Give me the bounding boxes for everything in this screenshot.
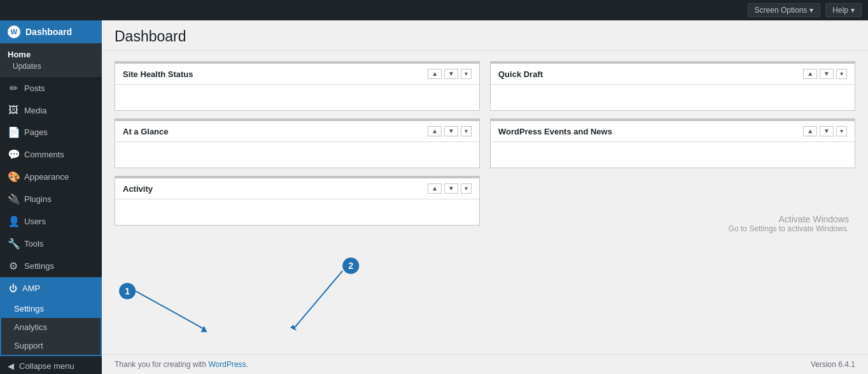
widget-quick-draft-up[interactable]: ▲ (803, 69, 817, 79)
sidebar-item-dashboard[interactable]: W Dashboard (0, 20, 102, 43)
widget-activity-header: Activity ▲ ▼ ▾ (115, 178, 479, 199)
appearance-icon: 🎨 (8, 171, 19, 183)
content-header: Dashboard (102, 20, 868, 51)
widget-activity: Activity ▲ ▼ ▾ (115, 176, 480, 226)
activate-windows-line2: Go to Settings to activate Windows. (490, 224, 849, 233)
svg-line-6 (293, 271, 342, 329)
widget-quick-draft: Quick Draft ▲ ▼ ▾ (490, 61, 855, 111)
svg-marker-3 (201, 326, 207, 332)
amp-label: AMP (22, 284, 40, 293)
sidebar-item-appearance[interactable]: 🎨 Appearance (0, 166, 102, 188)
help-label: Help (832, 6, 848, 15)
sidebar-item-posts[interactable]: ✏ Posts (0, 77, 102, 99)
admin-bar: Screen Options ▾ Help ▾ (0, 0, 868, 20)
widget-wp-events-up[interactable]: ▲ (803, 126, 817, 136)
amp-submenu-item-analytics[interactable]: Analytics (1, 318, 101, 336)
right-widget-col: Quick Draft ▲ ▼ ▾ WordPress Events and N… (490, 61, 855, 233)
sidebar-collapse-button[interactable]: ◀ Collapse menu (0, 356, 102, 374)
collapse-label: Collapse menu (19, 361, 74, 371)
widget-at-a-glance-toggle[interactable]: ▾ (461, 126, 472, 136)
widget-at-a-glance-title: At a Glance (123, 127, 169, 136)
widget-site-health-up[interactable]: ▲ (428, 69, 442, 79)
sidebar-item-users[interactable]: 👤 Users (0, 210, 102, 233)
settings-label: Settings (24, 261, 54, 271)
comments-icon: 💬 (8, 148, 19, 161)
amp-submenu: Settings Analytics Support (0, 299, 102, 356)
tools-icon: 🔧 (8, 238, 19, 250)
posts-label: Posts (24, 83, 45, 93)
sidebar: W Dashboard Home Updates ✏ Posts 🖼 Media… (0, 20, 102, 374)
screen-options-label: Screen Options (755, 6, 808, 15)
svg-line-2 (136, 291, 204, 329)
screen-options-button[interactable]: Screen Options ▾ (748, 3, 821, 17)
posts-icon: ✏ (8, 82, 19, 94)
comments-label: Comments (24, 150, 64, 159)
widget-quick-draft-title: Quick Draft (498, 69, 543, 79)
content-body: 1 2 Site Health Status (102, 51, 868, 354)
footer-version: Version 6.4.1 (811, 360, 855, 369)
widget-at-a-glance-up[interactable]: ▲ (428, 126, 442, 136)
widget-quick-draft-down[interactable]: ▼ (820, 69, 834, 79)
screen-options-chevron: ▾ (809, 6, 813, 15)
widget-at-a-glance-header: At a Glance ▲ ▼ ▾ (115, 121, 479, 142)
widget-quick-draft-header: Quick Draft ▲ ▼ ▾ (491, 64, 855, 85)
collapse-icon: ◀ (8, 361, 14, 371)
media-icon: 🖼 (8, 104, 19, 116)
sidebar-item-updates[interactable]: Updates (0, 61, 102, 73)
sidebar-item-settings[interactable]: ⚙ Settings (0, 255, 102, 277)
sidebar-home-label: Home (0, 47, 102, 61)
widget-activity-toggle[interactable]: ▾ (461, 183, 472, 194)
sidebar-item-tools[interactable]: 🔧 Tools (0, 233, 102, 255)
widget-activity-title: Activity (123, 184, 153, 194)
widget-site-health: Site Health Status ▲ ▼ ▾ (115, 61, 480, 111)
footer-thankyou: Thank you for creating with WordPress. (115, 360, 248, 369)
plugins-icon: 🔌 (8, 193, 19, 205)
widget-at-a-glance-down[interactable]: ▼ (444, 126, 458, 136)
help-button[interactable]: Help ▾ (825, 3, 862, 17)
widget-activity-down[interactable]: ▼ (444, 183, 458, 194)
widget-quick-draft-controls: ▲ ▼ ▾ (803, 69, 847, 79)
amp-submenu-item-settings[interactable]: Settings (1, 299, 101, 318)
widget-activity-body (115, 199, 479, 225)
pages-icon: 📄 (8, 126, 19, 138)
widget-site-health-title: Site Health Status (123, 69, 193, 79)
users-icon: 👤 (8, 215, 19, 227)
widget-site-health-toggle[interactable]: ▾ (461, 69, 472, 79)
footer-text: Thank you for creating with (115, 360, 206, 369)
widget-wp-events: WordPress Events and News ▲ ▼ ▾ (490, 119, 855, 168)
widget-site-health-body (115, 85, 479, 110)
widget-quick-draft-toggle[interactable]: ▾ (836, 69, 847, 79)
sidebar-item-plugins[interactable]: 🔌 Plugins (0, 188, 102, 210)
sidebar-item-comments[interactable]: 💬 Comments (0, 143, 102, 166)
tools-label: Tools (24, 239, 43, 248)
widget-quick-draft-body (491, 85, 855, 110)
wp-logo-icon: W (8, 25, 20, 38)
amp-submenu-item-support[interactable]: Support (1, 336, 101, 355)
sidebar-item-pages[interactable]: 📄 Pages (0, 121, 102, 143)
svg-text:2: 2 (348, 261, 353, 271)
content-footer: Thank you for creating with WordPress. V… (102, 354, 868, 374)
widget-site-health-header: Site Health Status ▲ ▼ ▾ (115, 64, 479, 85)
widget-site-health-down[interactable]: ▼ (444, 69, 458, 79)
amp-icon: ⏻ (9, 284, 17, 293)
activate-windows-line1: Activate Windows (490, 214, 849, 224)
widget-at-a-glance-body (115, 142, 479, 168)
media-label: Media (24, 106, 46, 115)
sidebar-item-amp[interactable]: ⏻ AMP (0, 277, 102, 299)
widget-activity-controls: ▲ ▼ ▾ (428, 183, 472, 194)
left-widget-col: Site Health Status ▲ ▼ ▾ At a Glance (115, 61, 480, 226)
svg-marker-7 (290, 324, 297, 331)
widget-at-a-glance-controls: ▲ ▼ ▾ (428, 126, 472, 136)
widget-wp-events-toggle[interactable]: ▾ (836, 126, 847, 136)
content-area: Dashboard 1 2 (102, 20, 868, 374)
widget-activity-up[interactable]: ▲ (428, 183, 442, 194)
sidebar-home-section: Home Updates (0, 43, 102, 77)
widget-at-a-glance: At a Glance ▲ ▼ ▾ (115, 119, 480, 168)
widget-wp-events-down[interactable]: ▼ (820, 126, 834, 136)
footer-wp-link[interactable]: WordPress (208, 360, 246, 369)
sidebar-item-media[interactable]: 🖼 Media (0, 99, 102, 121)
widget-wp-events-controls: ▲ ▼ ▾ (803, 126, 847, 136)
page-title: Dashboard (115, 28, 855, 45)
widget-site-health-controls: ▲ ▼ ▾ (428, 69, 472, 79)
settings-icon: ⚙ (8, 260, 19, 272)
